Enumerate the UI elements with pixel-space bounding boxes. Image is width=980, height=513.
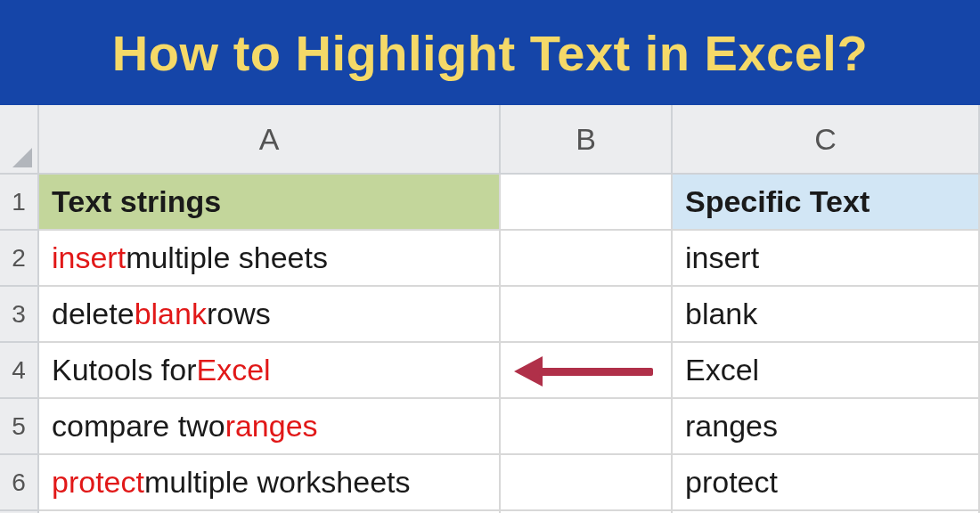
row-header[interactable]: 2 <box>0 231 39 287</box>
title-banner: How to Highlight Text in Excel? <box>0 0 980 105</box>
cell-c1[interactable]: Specific Text <box>673 175 980 231</box>
highlighted-text: ranges <box>225 409 318 444</box>
cell-a6[interactable]: protect multiple worksheets <box>39 455 501 511</box>
select-all-corner[interactable] <box>0 105 39 175</box>
cell-b6[interactable] <box>501 455 673 511</box>
cell-a4[interactable]: Kutools for Excel <box>39 343 501 399</box>
cell-b1[interactable] <box>501 175 673 231</box>
cell-text: multiple sheets <box>126 240 328 275</box>
cell-c4[interactable]: Excel <box>673 343 980 399</box>
cell-b4[interactable] <box>501 343 673 399</box>
spreadsheet: A B C 1 Text strings Specific Text 2 ins… <box>0 105 980 513</box>
column-header-c[interactable]: C <box>673 105 980 175</box>
arrow-left-icon <box>519 360 653 381</box>
cell-b2[interactable] <box>501 231 673 287</box>
cell-c3[interactable]: blank <box>673 287 980 343</box>
highlighted-text: Excel <box>197 353 271 387</box>
row-header[interactable]: 4 <box>0 343 39 399</box>
cell-a5[interactable]: compare two ranges <box>39 399 501 455</box>
cell-c6[interactable]: protect <box>673 455 980 511</box>
row-header[interactable]: 5 <box>0 399 39 455</box>
cell-text: compare two <box>52 409 225 444</box>
highlighted-text: blank <box>135 297 207 331</box>
cell-b3[interactable] <box>501 287 673 343</box>
cell-text: multiple worksheets <box>144 465 411 500</box>
cell-b5[interactable] <box>501 399 673 455</box>
highlighted-text: protect <box>52 465 144 500</box>
row-header[interactable]: 6 <box>0 455 39 511</box>
row-header[interactable]: 1 <box>0 175 39 231</box>
banner-title: How to Highlight Text in Excel? <box>112 24 868 82</box>
cell-a3[interactable]: delete blank rows <box>39 287 501 343</box>
highlighted-text: insert <box>52 240 126 275</box>
cell-a2[interactable]: insert multiple sheets <box>39 231 501 287</box>
column-header-b[interactable]: B <box>501 105 673 175</box>
cell-a1[interactable]: Text strings <box>39 175 501 231</box>
cell-text: rows <box>207 297 271 331</box>
row-header[interactable]: 3 <box>0 287 39 343</box>
cell-text: Kutools for <box>52 353 197 387</box>
cell-text: delete <box>52 297 135 331</box>
cell-c2[interactable]: insert <box>673 231 980 287</box>
cell-c5[interactable]: ranges <box>673 399 980 455</box>
column-header-a[interactable]: A <box>39 105 501 175</box>
